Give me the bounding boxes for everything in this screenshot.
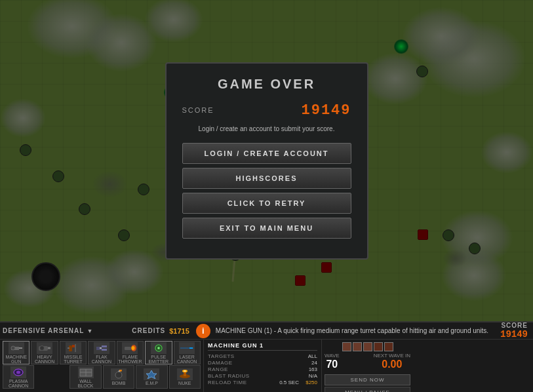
nuke-label: NUKE bbox=[178, 381, 191, 385]
svg-rect-11 bbox=[102, 345, 107, 347]
wave-block: WAVE 70 bbox=[325, 353, 340, 370]
plasma-cannon-label: PLASMACANNON bbox=[9, 379, 28, 388]
game-background: GAME OVER SCORE 19149 Login / create an … bbox=[0, 0, 533, 321]
click-to-retry-button[interactable]: CLICK TO RETRY bbox=[182, 193, 351, 214]
highscores-button[interactable]: HIGHSCORES bbox=[182, 168, 351, 189]
hud-top-bar: DEFENSIVE ARSENAL ▼ CREDITS $1715 i MACH… bbox=[0, 323, 533, 340]
plasma-cannon-icon bbox=[10, 366, 26, 378]
heavy-cannon-label: HEAVYCANNON bbox=[35, 355, 54, 364]
wall-block-icon bbox=[78, 366, 94, 378]
range-label: RANGE bbox=[208, 366, 228, 372]
arsenal-item-pulse-emitter[interactable]: PULSEEMITTER bbox=[145, 341, 172, 364]
login-create-account-button[interactable]: LOGIN / CREATE ACCOUNT bbox=[182, 143, 351, 164]
reload-time-label: RELOAD TIME bbox=[208, 380, 247, 385]
svg-rect-1 bbox=[19, 347, 22, 349]
wave-value: 70 bbox=[326, 359, 338, 370]
send-now-button[interactable]: SEND NOW bbox=[325, 374, 410, 385]
flak-cannon-label: FLAKCANNON bbox=[92, 355, 111, 364]
svg-rect-14 bbox=[125, 347, 131, 350]
svg-rect-4 bbox=[48, 347, 50, 349]
mg-detail-panel: MACHINE GUN 1 TARGETS ALL DAMAGE 24 RANG… bbox=[203, 340, 321, 392]
damage-stat: DAMAGE 24 bbox=[208, 360, 317, 366]
credits-label: CREDITS bbox=[132, 327, 165, 334]
pulse-emitter-icon bbox=[151, 342, 167, 354]
svg-point-2 bbox=[11, 346, 15, 350]
svg-point-5 bbox=[40, 345, 45, 350]
arsenal-item-machine-gun[interactable]: MACHINEGUN bbox=[3, 341, 30, 364]
flame-thrower-label: FLAMETHROWER bbox=[118, 355, 142, 364]
arsenal-item-flak-cannon[interactable]: FLAKCANNON bbox=[88, 341, 115, 364]
nuke-icon bbox=[177, 368, 193, 380]
wave-icon bbox=[363, 342, 372, 351]
flame-thrower-icon bbox=[122, 342, 138, 354]
arsenal-row-1: MACHINEGUN HEAVYCANNON MISSILETURRET bbox=[3, 341, 201, 364]
reload-time-value: 0.5 SEC $250 bbox=[279, 380, 317, 385]
svg-marker-31 bbox=[146, 370, 157, 379]
login-hint: Login / create an account to submit your… bbox=[199, 125, 335, 132]
blast-radius-stat: BLAST RADIUS N/A bbox=[208, 373, 317, 379]
machine-gun-label: MACHINEGUN bbox=[6, 355, 27, 364]
wave-icon bbox=[384, 342, 393, 351]
laser-cannon-label: LASERCANNON bbox=[177, 355, 197, 364]
damage-value: 24 bbox=[311, 360, 317, 366]
hud-score-section: SCORE 19149 bbox=[500, 322, 530, 340]
svg-point-28 bbox=[115, 372, 122, 378]
arsenal-chevron-icon: ▼ bbox=[87, 328, 92, 334]
wave-icon bbox=[342, 342, 351, 351]
menu-pause-button[interactable]: MENU / PAUSE bbox=[325, 387, 410, 392]
arsenal-item-heavy-cannon[interactable]: HEAVYCANNON bbox=[31, 341, 58, 364]
next-wave-value: 0.00 bbox=[382, 359, 402, 370]
arsenal-item-nuke[interactable]: NUKE bbox=[169, 365, 201, 389]
heavy-cannon-icon bbox=[37, 342, 52, 354]
exit-main-menu-button[interactable]: EXIT TO MAIN MENU bbox=[182, 218, 351, 239]
arsenal-item-missile-turret[interactable]: MISSILETURRET bbox=[60, 341, 87, 364]
arsenal-row-2: PLASMACANNON WALLBLOCK BOMB bbox=[3, 365, 201, 389]
reload-time-stat: RELOAD TIME 0.5 SEC $250 bbox=[208, 380, 317, 385]
targets-label: TARGETS bbox=[208, 353, 235, 359]
svg-point-19 bbox=[158, 347, 159, 349]
info-icon: i bbox=[196, 324, 210, 338]
arsenal-item-laser-cannon[interactable]: LASERCANNON bbox=[174, 341, 201, 364]
wave-icons bbox=[325, 342, 410, 351]
range-value: 163 bbox=[309, 366, 317, 372]
game-over-title: GAME OVER bbox=[218, 77, 315, 92]
bomb-label: BOMB bbox=[112, 381, 126, 385]
hud-score-value: 19149 bbox=[500, 329, 528, 340]
arsenal-item-plasma-cannon[interactable]: PLASMACANNON bbox=[3, 365, 34, 389]
credits-value: $1715 bbox=[169, 327, 189, 335]
bomb-icon bbox=[111, 368, 127, 380]
arsenal-item-emp[interactable]: E.M.P bbox=[136, 365, 167, 389]
targets-value: ALL bbox=[308, 353, 317, 359]
emp-icon bbox=[144, 368, 159, 380]
wave-icon bbox=[353, 342, 362, 351]
hud-bottom: MACHINEGUN HEAVYCANNON MISSILETURRET bbox=[0, 340, 533, 392]
wall-block-label: WALLBLOCK bbox=[78, 379, 94, 388]
svg-point-35 bbox=[184, 370, 186, 372]
svg-rect-12 bbox=[102, 349, 107, 351]
cost-value: $250 bbox=[306, 380, 317, 385]
svg-point-24 bbox=[16, 370, 20, 374]
missile-turret-label: MISSILETURRET bbox=[64, 355, 82, 364]
pulse-emitter-label: PULSEEMITTER bbox=[148, 355, 168, 364]
svg-rect-13 bbox=[100, 347, 102, 349]
next-wave-label: NEXT WAVE IN bbox=[374, 353, 410, 359]
info-section: i MACHINE GUN (1) - A quick firing mediu… bbox=[196, 324, 500, 338]
arsenal-item-bomb[interactable]: BOMB bbox=[103, 365, 134, 389]
arsenal-item-wall-block[interactable]: WALLBLOCK bbox=[69, 365, 101, 389]
svg-rect-8 bbox=[75, 344, 76, 352]
hud-score-label: SCORE bbox=[501, 322, 528, 329]
wave-icon bbox=[374, 342, 383, 351]
targets-stat: TARGETS ALL bbox=[208, 353, 317, 359]
wave-row: WAVE 70 NEXT WAVE IN 0.00 bbox=[325, 353, 410, 370]
svg-rect-7 bbox=[72, 345, 75, 347]
hud: DEFENSIVE ARSENAL ▼ CREDITS $1715 i MACH… bbox=[0, 321, 533, 392]
arsenal-icons: MACHINEGUN HEAVYCANNON MISSILETURRET bbox=[0, 340, 203, 392]
mg-title: MACHINE GUN 1 bbox=[208, 342, 317, 351]
flak-cannon-icon bbox=[94, 342, 109, 354]
modal-overlay: GAME OVER SCORE 19149 Login / create an … bbox=[0, 0, 533, 321]
next-wave-block: NEXT WAVE IN 0.00 bbox=[374, 353, 410, 370]
score-label: SCORE bbox=[182, 106, 214, 114]
range-stat: RANGE 163 bbox=[208, 366, 317, 372]
arsenal-item-flame-thrower[interactable]: FLAMETHROWER bbox=[117, 341, 144, 364]
machine-gun-icon bbox=[9, 342, 24, 354]
